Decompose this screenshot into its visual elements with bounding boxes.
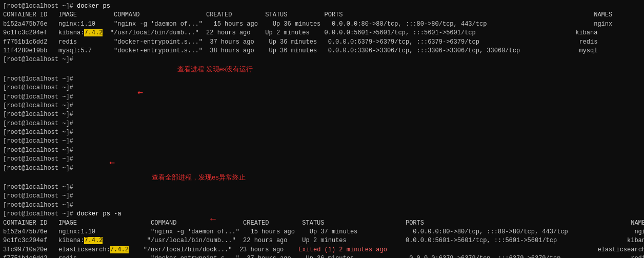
command-line-2: [root@localhost ~]# docker ps -a [3,210,641,219]
table2-row-2: 9c1fc3c204ef kibana:7.4.2 "/usr/local/bi… [3,236,641,245]
empty-prompt-2: [root@localhost ~]# [3,75,641,84]
table1-row-4: 11f4280e19bb mysql:5.7 "docker-entrypoin… [3,47,641,55]
annotation-area-1: 查看进程 发现es没有运行 [3,65,641,75]
empty-prompt-14: [root@localhost ~]# [3,192,641,201]
empty-prompt-11: [root@localhost ~]# [3,155,641,164]
table1-row-1: b152a475b76e nginx:1.10 "nginx -g 'daemo… [3,20,641,29]
table2-row-4: f7751b1c6dd2 redis "docker-entrypoint.s.… [3,254,641,258]
empty-prompt-8: [root@localhost ~]# [3,128,641,137]
table2-row-1: b152a475b76e nginx:1.10 "nginx -g 'daemo… [3,228,641,236]
empty-prompt-12: [root@localhost ~]# [3,164,641,173]
command-line-1: [root@localhost ~]# docker ps [3,2,641,11]
table1-header: CONTAINER ID IMAGE COMMAND CREATED STATU… [3,11,641,19]
table2-row-3: 3fc99710a20e elasticsearch:7.4.2 "/usr/l… [3,246,641,254]
terminal: [root@localhost ~]# docker ps CONTAINER … [0,0,644,258]
empty-prompt-9: [root@localhost ~]# [3,137,641,146]
table1-row-3: f7751b1c6dd2 redis "docker-entrypoint.s.… [3,38,641,47]
empty-prompt-1: [root@localhost ~]# [3,55,641,64]
arrow-3: ← [210,214,216,224]
annotation-1: 查看进程 发现es没有运行 [177,65,253,74]
empty-prompt-15: [root@localhost ~]# [3,201,641,210]
table2-header: CONTAINER ID IMAGE COMMAND CREATED STATU… [3,219,641,228]
table1-row-2: 9c1fc3c204ef kibana:7.4.2 "/usr/local/bi… [3,29,641,37]
empty-prompt-7: [root@localhost ~]# [3,120,641,128]
empty-prompt-4: [root@localhost ~]# [3,93,641,102]
empty-prompt-5: [root@localhost ~]# [3,102,641,110]
empty-prompt-13: [root@localhost ~]# [3,183,641,192]
empty-prompt-10: [root@localhost ~]# [3,146,641,155]
annotation-2: 查看全部进程，发现es异常终止 [152,173,246,182]
empty-prompt-3: [root@localhost ~]# [3,84,641,92]
empty-prompt-6: [root@localhost ~]# [3,110,641,119]
annotation-area-2: 查看全部进程，发现es异常终止 [3,173,641,183]
